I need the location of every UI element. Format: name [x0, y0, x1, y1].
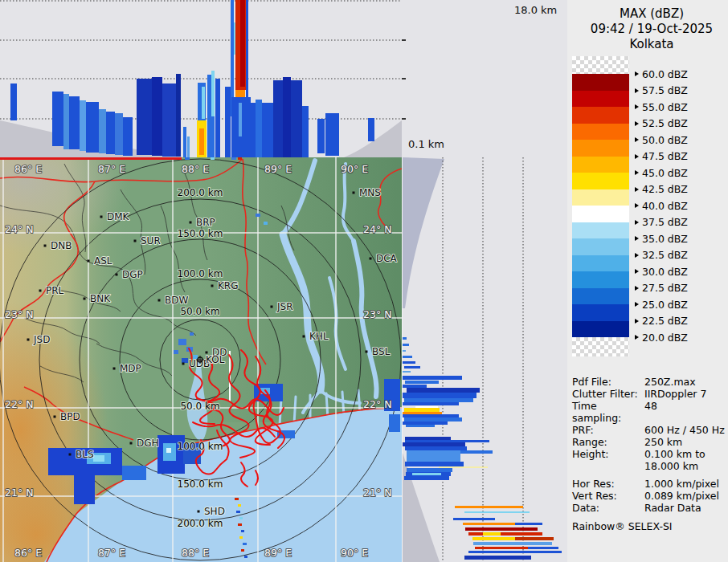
- ew-height-profile-panel: [0, 0, 402, 157]
- legend-panel: MAX (dBZ) 09:42 / 19-Oct-2025 Kolkata 60…: [567, 0, 728, 562]
- profile-bar: [407, 388, 480, 393]
- scale-band: [572, 74, 629, 91]
- scale-tick-label: 55.0 dBZ: [635, 100, 688, 113]
- profile-bar: [403, 337, 407, 340]
- station-dot: [158, 299, 161, 302]
- scale-value: 45.0 dBZ: [642, 167, 688, 179]
- station-dot: [303, 336, 305, 338]
- meta-row: Pdf File:250Z.max: [572, 376, 728, 388]
- scale-value: 57.5 dBZ: [642, 84, 688, 96]
- meta-label: Clutter Filter:: [572, 388, 644, 400]
- scale-band: [572, 140, 629, 157]
- min-height-axis-label: 0.1 km: [408, 138, 444, 150]
- meta-label: Vert Res:: [572, 490, 644, 502]
- station-label: BPD: [60, 411, 80, 422]
- station-label: DMK: [107, 211, 130, 222]
- meta-label: PRF:: [572, 424, 644, 436]
- echo-cell: [243, 543, 247, 545]
- station-dot: [69, 454, 72, 456]
- profile-bar: [407, 468, 452, 472]
- profile-bar: [317, 119, 325, 153]
- echo-cell: [239, 536, 243, 539]
- profile-bar: [403, 442, 465, 446]
- profile-bar: [403, 422, 448, 425]
- meta-label: Height:: [572, 448, 644, 460]
- scale-band: [572, 157, 629, 173]
- profile-bar: [465, 527, 538, 531]
- profile-bar: [199, 128, 204, 155]
- profile-bar: [256, 100, 262, 157]
- profile-bar: [403, 344, 409, 346]
- scale-band: [572, 173, 629, 189]
- profile-bar: [453, 518, 495, 520]
- ns-height-profile-panel: [402, 157, 568, 562]
- station-dot: [198, 511, 200, 513]
- profile-bar: [187, 136, 190, 157]
- scale-tick-label: 20.0 dBZ: [635, 331, 688, 344]
- profile-bar: [403, 402, 459, 405]
- echo-cell: [389, 414, 400, 432]
- echo-cell: [178, 339, 186, 345]
- station-label: MDP: [120, 363, 141, 374]
- profile-bar: [528, 547, 558, 549]
- tick-arrow-icon: [635, 154, 639, 159]
- latitude-label: 23° N: [363, 308, 391, 320]
- profile-bar: [106, 112, 115, 154]
- profile-bar: [464, 511, 530, 513]
- longitude-label: 88° E: [182, 163, 209, 175]
- station-label: MNS: [359, 187, 381, 198]
- profile-bar: [468, 532, 483, 536]
- profile-bar: [215, 79, 220, 157]
- height-tick: [402, 78, 406, 79]
- tick-arrow-icon: [635, 236, 639, 241]
- station-dot: [130, 442, 133, 445]
- meta-label: [572, 460, 644, 472]
- scale-band: [572, 124, 629, 140]
- station-label: BDW: [165, 295, 188, 306]
- scale-tick-label: 35.0 dBZ: [635, 232, 688, 245]
- profile-bar: [404, 417, 462, 422]
- latitude-label: 22° N: [363, 398, 391, 410]
- profile-bar: [80, 100, 86, 151]
- echo-cell: [122, 466, 146, 480]
- station-dot: [100, 216, 103, 218]
- scale-tick-label: 22.5 dBZ: [635, 315, 688, 328]
- ew-profile-plot: [0, 0, 402, 157]
- scale-value: 20.0 dBZ: [642, 332, 688, 344]
- station-dot: [134, 240, 137, 242]
- tick-arrow-icon: [635, 269, 639, 274]
- longitude-label: 87° E: [98, 547, 125, 559]
- scale-tick-label: 37.5 dBZ: [635, 216, 688, 229]
- profile-bar: [283, 77, 291, 157]
- station-dot: [353, 192, 355, 194]
- echo-cell: [74, 472, 95, 504]
- scale-tick-label: 30.0 dBZ: [635, 265, 688, 278]
- meta-value: 48: [644, 400, 728, 424]
- tick-arrow-icon: [635, 121, 639, 126]
- station-label: DGH: [137, 438, 159, 449]
- meta-value: 1.000 km/pixel: [644, 478, 728, 490]
- profile-bar: [183, 127, 186, 157]
- echo-cell: [93, 455, 104, 462]
- scale-band: [572, 271, 629, 288]
- profile-bar: [403, 361, 415, 364]
- scale-band: [572, 238, 629, 255]
- profile-bar: [403, 376, 462, 380]
- profile-bar: [403, 371, 411, 373]
- station-dot: [370, 258, 372, 260]
- profile-bar: [472, 537, 515, 540]
- echo-cell: [264, 222, 268, 225]
- station-label: KOL: [206, 354, 225, 365]
- profile-bar: [405, 446, 467, 450]
- meta-row: Range:250 km: [572, 436, 728, 448]
- profile-bar: [235, 90, 245, 97]
- profile-bar: [475, 547, 528, 549]
- longitude-label: 86° E: [14, 547, 42, 559]
- profile-bar: [403, 393, 476, 398]
- profile-bar: [455, 506, 523, 508]
- echo-cell: [190, 332, 194, 336]
- meta-row: PRF:600 Hz / 450 Hz: [572, 424, 728, 436]
- max-height-axis-label: 18.0 km: [514, 4, 557, 16]
- scale-band: [572, 304, 629, 321]
- profile-bar: [412, 473, 441, 475]
